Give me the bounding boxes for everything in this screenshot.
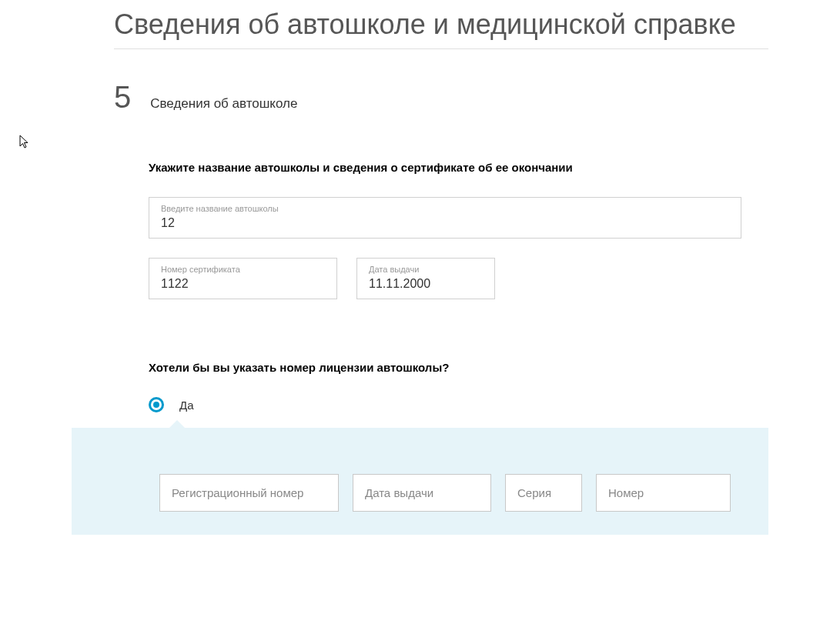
license-details-panel xyxy=(72,428,768,535)
cert-date-field-group[interactable]: Дата выдачи xyxy=(356,258,495,299)
radio-dot-icon xyxy=(153,402,159,408)
school-name-field-group[interactable]: Введите название автошколы xyxy=(149,197,741,239)
subsection-title: Укажите название автошколы и сведения о … xyxy=(149,161,741,174)
license-date-input[interactable] xyxy=(353,474,491,512)
cert-date-label: Дата выдачи xyxy=(369,265,483,274)
page-title: Сведения об автошколе и медицинской спра… xyxy=(114,0,768,49)
reg-number-input[interactable] xyxy=(159,474,339,512)
section-title: Сведения об автошколе xyxy=(150,96,297,112)
school-name-label: Введите название автошколы xyxy=(161,204,729,213)
section-header: 5 Сведения об автошколе xyxy=(114,80,768,115)
license-series-input[interactable] xyxy=(505,474,582,512)
license-question: Хотели бы вы указать номер лицензии авто… xyxy=(149,361,741,374)
school-name-input[interactable] xyxy=(161,216,729,230)
cert-number-field-group[interactable]: Номер сертификата xyxy=(149,258,337,299)
section-number: 5 xyxy=(114,80,131,115)
cert-number-label: Номер сертификата xyxy=(161,265,325,274)
license-number-input[interactable] xyxy=(596,474,731,512)
cert-date-input[interactable] xyxy=(369,277,483,291)
radio-button-yes[interactable] xyxy=(149,397,164,412)
radio-option-yes[interactable]: Да xyxy=(149,397,741,412)
mouse-cursor-icon xyxy=(19,135,32,153)
radio-label-yes: Да xyxy=(179,399,194,412)
cert-number-input[interactable] xyxy=(161,277,325,291)
